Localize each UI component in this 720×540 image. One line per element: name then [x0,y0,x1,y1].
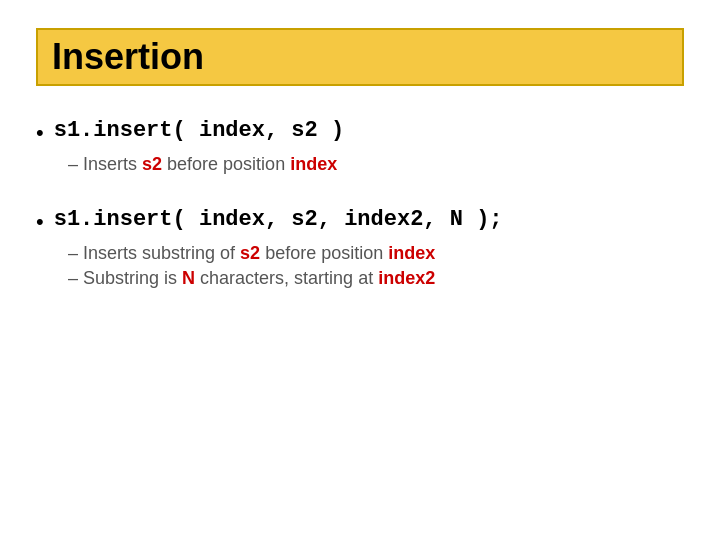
bullet-line-2: • s1.insert( index, s2, index2, N ); [36,207,684,235]
desc-line-2a: – Inserts substring of s2 before positio… [68,243,684,264]
section-2: • s1.insert( index, s2, index2, N ); – I… [36,207,684,293]
page-title: Insertion [52,36,204,77]
bullet-2: • [36,209,44,235]
bullet-1: • [36,120,44,146]
desc-line-2b: – Substring is N characters, starting at… [68,268,684,289]
description-1a: – Inserts s2 before position index [68,154,684,175]
bullet-line-1: • s1.insert( index, s2 ) [36,118,684,146]
code-2: s1.insert( index, s2, index2, N ); [54,207,503,232]
code-1: s1.insert( index, s2 ) [54,118,344,143]
description-2: – Inserts substring of s2 before positio… [68,243,684,289]
section-1: • s1.insert( index, s2 ) – Inserts s2 be… [36,118,684,179]
desc-line-1a: – Inserts s2 before position index [68,154,684,175]
page: Insertion • s1.insert( index, s2 ) – Ins… [0,0,720,540]
title-box: Insertion [36,28,684,86]
